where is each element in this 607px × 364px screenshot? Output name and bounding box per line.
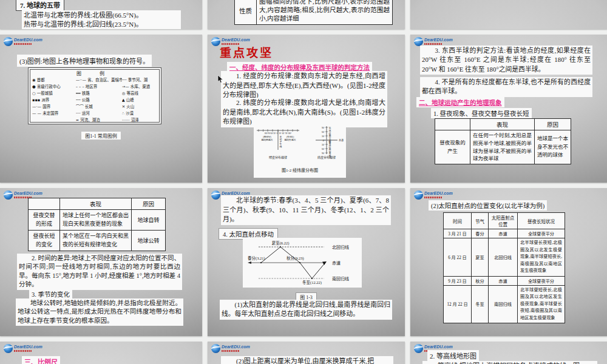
lat-tick: 60° [322, 131, 325, 133]
slide-r3c2[interactable]: DearEDU.com (2)图上距离以厘米为单位,由厘米换算成千米,把 [208, 342, 405, 364]
lat-tick: 60° [322, 148, 325, 150]
table-cell: 图幅相同的情况下,比例尺越小,表示的范围越大,内容越简略;相反,比例尺越大,表示… [257, 0, 393, 25]
logo-globe-icon [211, 190, 220, 200]
logo-text: DearEDU.com [222, 37, 250, 42]
paragraph: 地球公转时,地轴始终是倾斜的,并总指向北极星附近。地球公转这一特点,是形成太阳光… [16, 298, 183, 326]
slide-r2c2[interactable]: DearEDU.com 北半球的季节:春季(3、4、5 三个月)、夏季(6、7、… [208, 188, 405, 336]
slide-r1c2[interactable]: DearEDU.com 重点攻坚 一、经度、纬度的分布规律及东西半球的判定方法 … [208, 35, 405, 183]
legend-column: ◉ 首都 ● 省级行政中心 ○ 一般城镇 ▪▪▪ 洲界 —·— 国界 — — 未… [32, 77, 76, 124]
equator-label: 赤道 [332, 260, 341, 266]
legend-item: ── 公路 [76, 97, 122, 104]
paragraph: 2. 时间的差异:地球上不同经度对应太阳的位置不同、时间不同;同一经线地方时相同… [17, 254, 182, 290]
summer-solstice-label: 夏至(6.22) [272, 241, 290, 246]
heading-row: 三、比例尺 [22, 356, 60, 364]
site-logo: DearEDU.com [414, 37, 453, 46]
table-cell: 12 月 22 日 [444, 285, 472, 323]
table-cell: 昼夜交替的形成 [29, 210, 60, 231]
logo-subtext [222, 350, 240, 352]
legend-figure: 图 例 ◉ 首都 ● 省级行政中心 ○ 一般城镇 ▪▪▪ 洲界 —·— 国界 —… [28, 67, 161, 124]
table-cell: 地球是一个本身不发光也不透明的球体 [535, 130, 571, 164]
winter-solstice-label: 冬至(12.22) [302, 280, 322, 285]
table-cell: 地球自转 [132, 210, 166, 231]
table-cell: 赤道 [489, 229, 518, 238]
table-cell: 秋分 [472, 276, 489, 285]
paragraph: 等高线:把地图上海拔相同的各点连接成的线。图 [422, 361, 597, 364]
table-header-cell: 表现 [60, 198, 132, 210]
table-cell: 冬至 [472, 285, 489, 323]
figure-1-2: 180°90°60°30° 0° 30° 60° 90°180° (西经W) 越… [254, 123, 346, 178]
mouse-cursor [217, 75, 224, 84]
table-header-cell: 时间 [444, 213, 472, 229]
tropic-of-cancer-label: 北回归线 [332, 244, 349, 250]
logo-globe-icon [414, 37, 423, 46]
table: 表现 原因 昼夜交替的形成 地球上任何一个地区都会出现白天和黑夜更替的现象 地球… [28, 198, 166, 251]
west-label: (西经W) [263, 135, 271, 138]
slide-r3c3[interactable]: DearEDU.com 2. 等高线地形图 等高线:把地图上海拔相同的各点连接成… [410, 342, 607, 364]
table-cell: 地球公转 [132, 230, 166, 251]
logo-subtext [424, 43, 443, 45]
logo-globe-icon [211, 344, 220, 353]
autumn-equinox-label: 秋分(9.23) [287, 255, 304, 261]
slide-r2c3[interactable]: DearEDU.com (2)太阳直射点的位置变化(以北半球为例) 时间 节气 … [410, 188, 607, 336]
slide-r0c1[interactable]: 7. 地球的五带 北温带与北寒带的界线:北极圈(66.5°N)。 热带与北温带的… [0, 0, 202, 29]
intro-text: (3)图例:地图上各种地理事物和现象的符号。 [17, 55, 152, 67]
table-header-cell: 表现 [470, 119, 535, 130]
lat-tick: 90° [322, 152, 325, 155]
table-cell: 北半球昼短夜长,北极圈及其以北地区发生极夜现象,南半球昼长夜短,南极圈及其以南地… [518, 285, 565, 323]
legend-item: —·— 国界 [32, 104, 76, 110]
logo-text: DearEDU.com [14, 190, 42, 196]
paragraph: 3. 东西半球的判定方法:看该地点的经度,如果经度在 20°W 往东至 160°… [420, 46, 592, 75]
spring-equinox-label: 春分(3.21) [248, 255, 265, 261]
tropic-of-capricorn-label: 南回归线 [332, 276, 349, 281]
slide-r1c3[interactable]: DearEDU.com 3. 东西半球的判定方法:看该地点的经度,如果经度在 2… [410, 35, 607, 183]
east-label: (东经E) [287, 135, 294, 138]
prime-meridian-label: 本初子午线 [279, 135, 282, 147]
table-cell: 赤道 [489, 276, 518, 285]
paragraph: 北半球的季节:春季(3、4、5 三个月)、夏季(6、7、8 三个月)、秋季(9、… [221, 195, 391, 225]
legend-column: —··— 省、自治区、直辖市界 – – – 地区界 ━━ 铁路 ── 公路 ⌒⌒… [76, 77, 122, 124]
slide-r0c3[interactable] [410, 0, 607, 29]
slide-r0c2[interactable]: 性质 图幅相同的情况下,比例尺越小,表示的范围越大,内容越简略;相反,比例尺越大… [208, 0, 405, 29]
logo-globe-icon [4, 37, 13, 46]
table-cell: 9 月 23 日 [444, 276, 472, 285]
logo-globe-icon [211, 37, 220, 46]
logo-globe-icon [4, 190, 13, 200]
slide-r2c1[interactable]: DearEDU.com 表现 原因 昼夜交替的形成 地球上任何一个地区都会出现白… [0, 188, 202, 336]
table-cell: 北半球昼长夜短,北极圈及其以北发生极昼现象,南半球昼短夜长,南极圈及其以南地区发… [518, 238, 565, 277]
table-header-cell: 原因 [132, 198, 166, 210]
logo-text: DearEDU.com [14, 37, 42, 42]
legend-item: ⌒⌒ 长城 [76, 104, 122, 110]
slide-title: (2)太阳直射点的位置变化(以北半球为例) [429, 200, 547, 211]
table-cell: 在任何一个时刻,太阳总是照亮半个地球,被照亮的半球为昼半球,不被照亮的半球为夜半… [470, 130, 535, 164]
legend-item: ✕ 火山 [122, 104, 157, 110]
legend-item: ○ 一般城镇 [32, 90, 76, 97]
slide-r1c1[interactable]: DearEDU.com (3)图例:地图上各种地理事物和现象的符号。 图 例 ◉… [0, 35, 202, 183]
legend-item: ⋯⋯ 沼泽 [122, 117, 157, 124]
legend-item: →— 水库、渠道 [122, 84, 157, 90]
legend-item: ∴ 沙漠 [122, 110, 157, 117]
legend-item: ╌╌ 季节河、湖 [122, 77, 157, 84]
table-header-cell: 昼夜长短状况 [518, 213, 565, 229]
table-cell: 6 月 22 日 [444, 238, 472, 277]
west-label2: 越向西越大 [262, 138, 273, 141]
table-cell: 夏至 [472, 238, 489, 277]
subheading: 3. 季节的变化 [29, 289, 72, 299]
subheading: 1. 昼夜现象、昼夜交替与昼夜长短 [431, 108, 532, 118]
legend-item: —··— 省、自治区、直辖市界 [76, 77, 122, 84]
logo-globe-icon [4, 344, 13, 353]
lon-caption: 经度分布规律 [269, 155, 287, 160]
slide-r3c1[interactable]: DearEDU.com 三、比例尺 [0, 342, 202, 364]
legend-item: ▪▪▪ 洲界 [32, 97, 76, 104]
figure-caption: 图1-2 经纬度分布图 [255, 167, 345, 173]
paragraph: 1. 经度的分布规律:度数向东增大的是东经,向西增大的是西经,即东大东经(E),… [221, 71, 387, 101]
logo-subtext [14, 350, 32, 352]
logo-globe-icon [414, 190, 423, 200]
table: 性质 图幅相同的情况下,比例尺越小,表示的范围越大,内容越简略;相反,比例尺越大… [234, 0, 393, 25]
lat-tick: 90° [322, 127, 325, 129]
site-logo: DearEDU.com [4, 344, 42, 353]
legend-item: ◎ 等高线 [122, 90, 157, 97]
logo-text: DearEDU.com [14, 344, 42, 349]
heading-row: 二、地球运动产生的地理现象 [416, 96, 504, 107]
legend-title: 图 例 [32, 70, 157, 77]
legend-item: ≈ 河流、湖泊 [76, 117, 122, 124]
